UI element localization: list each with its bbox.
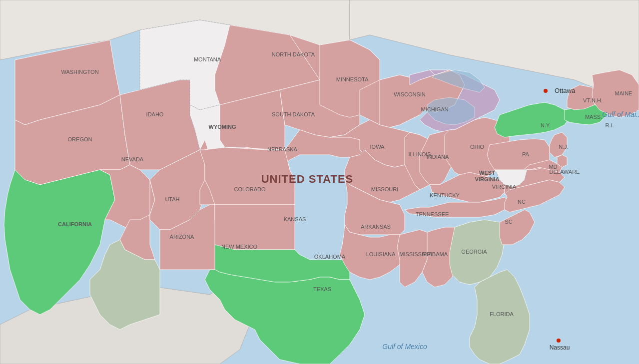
country-label: UNITED STATES xyxy=(261,173,354,185)
gulf-of-maine-label: Gulf of Mai... xyxy=(602,110,639,118)
ottawa-dot xyxy=(544,89,548,93)
gulf-of-mexico-label: Gulf of Mexico xyxy=(382,343,427,351)
nassau-label: Nassau xyxy=(550,344,570,351)
map-container: UNITED STATES WASHINGTON OREGON CALIFORN… xyxy=(0,0,639,364)
ottawa-label: Ottawa xyxy=(555,87,576,94)
nassau-dot xyxy=(557,339,561,343)
